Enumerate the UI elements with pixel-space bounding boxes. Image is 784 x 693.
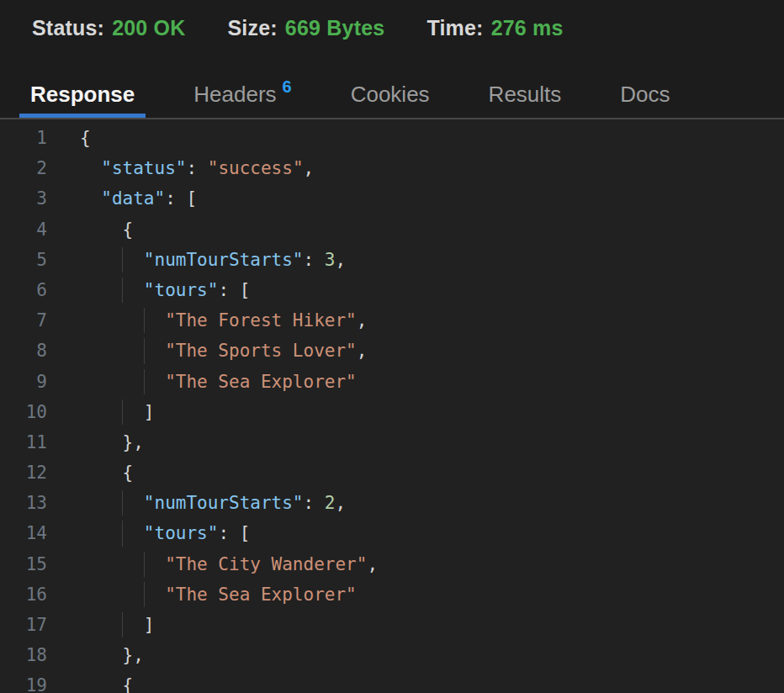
code-line: 16 "The Sea Explorer": [0, 579, 784, 610]
status-bar: Status: 200 OK Size: 669 Bytes Time: 276…: [0, 0, 784, 56]
line-code: "data": [: [47, 183, 197, 214]
line-number: 3: [0, 183, 47, 214]
code-line: 11 },: [0, 427, 784, 458]
indent-guide: [144, 308, 145, 333]
line-code: {: [47, 458, 133, 488]
code-line: 9 "The Sea Explorer": [0, 367, 784, 397]
line-code: ]: [47, 397, 155, 427]
line-number: 16: [0, 579, 47, 610]
line-number: 13: [0, 488, 47, 518]
line-number: 18: [0, 640, 47, 670]
line-code: "The Sea Explorer": [47, 367, 357, 397]
status-item: Size: 669 Bytes: [228, 16, 385, 40]
line-number: 5: [0, 245, 47, 275]
line-code: "status": "success",: [47, 153, 314, 183]
indent-guide: [144, 369, 145, 394]
indent-guide: [122, 247, 123, 272]
line-number: 17: [0, 610, 47, 640]
line-code: {: [47, 670, 133, 693]
tab-headers[interactable]: Headers 6: [183, 56, 302, 118]
status-value: 276 ms: [491, 16, 564, 40]
line-number: 15: [0, 549, 47, 579]
code-line: 18 },: [0, 640, 784, 670]
line-code: {: [47, 123, 91, 153]
line-number: 2: [0, 153, 47, 183]
code-line: 6 "tours": [: [0, 275, 784, 305]
line-code: },: [47, 427, 144, 458]
tab-label: Docs: [620, 82, 670, 108]
code-line: 1 {: [0, 123, 784, 153]
tab-cookies[interactable]: Cookies: [340, 56, 441, 118]
code-line: 8 "The Sports Lover",: [0, 336, 784, 366]
indent-guide: [122, 521, 123, 546]
code-line: 2 "status": "success",: [0, 153, 784, 183]
line-code: "The Forest Hiker",: [47, 305, 367, 336]
code-line: 13 "numTourStarts": 2,: [0, 488, 784, 518]
status-value: 669 Bytes: [285, 16, 385, 40]
code-line: 12 {: [0, 458, 784, 488]
tab-badge: 6: [283, 77, 292, 97]
code-line: 14 "tours": [: [0, 518, 784, 548]
line-number: 10: [0, 397, 47, 427]
line-code: "tours": [: [47, 275, 250, 305]
indent-guide: [122, 278, 123, 303]
tab-label: Headers: [193, 82, 276, 108]
line-number: 8: [0, 336, 47, 366]
code-line: 5 "numTourStarts": 3,: [0, 245, 784, 275]
status-label: Size:: [228, 16, 278, 40]
code-line: 7 "The Forest Hiker",: [0, 305, 784, 336]
line-number: 1: [0, 123, 47, 153]
line-code: "numTourStarts": 2,: [47, 488, 346, 518]
indent-guide: [122, 490, 123, 516]
code-line: 15 "The City Wanderer",: [0, 549, 784, 579]
line-number: 6: [0, 275, 47, 305]
tab-response[interactable]: Response: [19, 56, 146, 118]
line-code: "numTourStarts": 3,: [47, 245, 346, 275]
code-line: 19 {: [0, 670, 784, 693]
indent-guide: [122, 399, 123, 425]
status-label: Status:: [32, 16, 104, 40]
code-line: 4 {: [0, 214, 784, 245]
status-item: Time: 276 ms: [426, 16, 563, 40]
line-number: 12: [0, 458, 47, 488]
line-code: ]: [47, 610, 155, 640]
indent-guide: [144, 338, 145, 363]
tab-label: Results: [489, 82, 562, 108]
line-code: "The City Wanderer",: [47, 549, 378, 579]
code-line: 17 ]: [0, 610, 784, 640]
tab-label: Response: [30, 82, 135, 108]
tab-docs[interactable]: Docs: [609, 56, 681, 118]
line-code: "The Sea Explorer": [47, 579, 357, 610]
indent-guide: [144, 552, 145, 577]
line-number: 9: [0, 367, 47, 397]
code-line: 10 ]: [0, 397, 784, 427]
line-code: },: [47, 640, 144, 670]
code-line: 3 "data": [: [0, 183, 784, 214]
indent-guide: [144, 582, 145, 607]
line-number: 7: [0, 305, 47, 336]
status-label: Time:: [426, 16, 483, 40]
line-number: 4: [0, 214, 47, 245]
line-number: 19: [0, 670, 47, 693]
tab-results[interactable]: Results: [478, 56, 573, 118]
tab-label: Cookies: [351, 82, 430, 108]
indent-guide: [122, 612, 123, 637]
line-code: {: [47, 214, 133, 245]
status-value: 200 OK: [112, 16, 185, 40]
status-item: Status: 200 OK: [32, 16, 186, 40]
line-code: "tours": [: [47, 518, 250, 548]
line-number: 11: [0, 427, 47, 458]
line-code: "The Sports Lover",: [47, 336, 367, 366]
response-editor[interactable]: 1 { 2 "status": "success", 3 "data": [ 4…: [0, 119, 784, 693]
tab-bar: Response Headers 6 Cookies Results Docs: [0, 56, 784, 119]
line-number: 14: [0, 518, 47, 548]
